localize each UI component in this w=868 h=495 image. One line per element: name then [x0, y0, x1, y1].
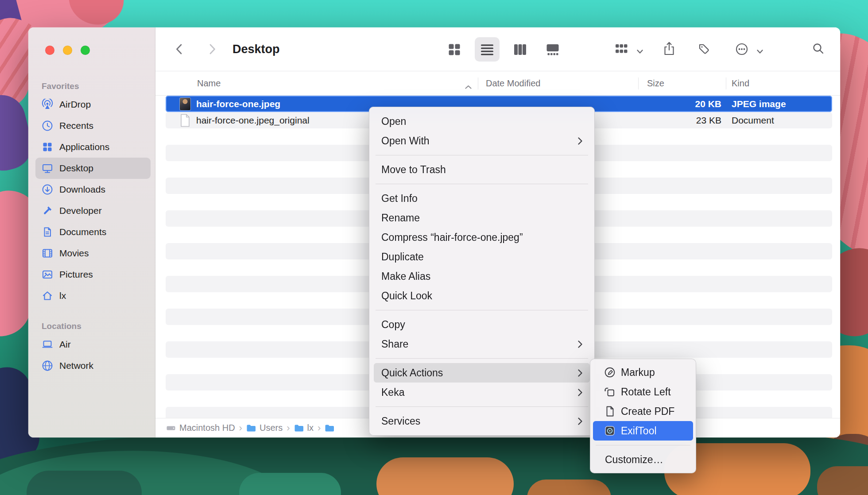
- menu-item-keka[interactable]: Keka: [374, 383, 590, 402]
- file-size: 20 KB: [637, 96, 721, 112]
- submenu-item-exiftool[interactable]: ExifTool: [593, 421, 693, 441]
- film-icon: [42, 248, 53, 259]
- submenu-item-create-pdf[interactable]: Create PDF: [593, 402, 693, 421]
- list-view-button[interactable]: [475, 37, 500, 62]
- column-divider[interactable]: [726, 77, 726, 89]
- chevron-down-icon[interactable]: [756, 48, 763, 56]
- menu-item-compress[interactable]: Compress “hair-force-one.jpeg”: [374, 228, 590, 247]
- sidebar-item-label: Network: [59, 360, 93, 371]
- path-item-users[interactable]: Users: [246, 423, 283, 433]
- sidebar-item-air[interactable]: Air: [35, 334, 151, 355]
- sidebar-item-lx[interactable]: lx: [35, 285, 151, 306]
- window-controls: [45, 46, 90, 55]
- menu-separator: [376, 155, 588, 155]
- path-item-partially-hidden[interactable]: [325, 424, 334, 432]
- column-header-size[interactable]: Size: [647, 71, 664, 96]
- sidebar-item-recents[interactable]: Recents: [35, 115, 151, 136]
- zoom-button[interactable]: [81, 46, 90, 55]
- group-button[interactable]: [615, 43, 628, 58]
- menu-item-open[interactable]: Open: [374, 112, 590, 131]
- column-divider[interactable]: [478, 77, 478, 89]
- wallpaper-shape: [817, 466, 868, 495]
- home-icon: [42, 290, 53, 302]
- drive-icon: [166, 423, 176, 433]
- submenu-item-markup[interactable]: Markup: [593, 363, 693, 382]
- menu-separator: [376, 184, 588, 184]
- menu-item-services[interactable]: Services: [374, 411, 590, 431]
- view-switcher: [442, 37, 565, 62]
- wallpaper-shape: [27, 471, 142, 495]
- file-name: hair-force-one.jpeg_original: [196, 115, 310, 126]
- column-header-name[interactable]: Name: [197, 71, 221, 96]
- sidebar-item-desktop[interactable]: Desktop: [35, 158, 151, 179]
- column-divider[interactable]: [638, 77, 639, 89]
- share-button[interactable]: [663, 41, 676, 58]
- file-name: hair-force-one.jpeg: [196, 99, 280, 109]
- menu-item-quick-look[interactable]: Quick Look: [374, 286, 590, 306]
- hammer-icon: [42, 205, 53, 217]
- globe-icon: [42, 360, 53, 371]
- photo-icon: [42, 269, 53, 280]
- sidebar-item-label: Air: [59, 339, 71, 350]
- grid-view-icon: [448, 43, 461, 56]
- markup-icon: [604, 367, 616, 378]
- menu-item-quick-actions[interactable]: Quick Actions: [374, 363, 590, 383]
- submenu-arrow-icon: [577, 388, 583, 397]
- sidebar-item-applications[interactable]: Applications: [35, 136, 151, 158]
- laptop-icon: [42, 339, 53, 350]
- column-header-kind[interactable]: Kind: [732, 71, 749, 96]
- menu-item-duplicate[interactable]: Duplicate: [374, 247, 590, 267]
- sidebar-item-label: Movies: [59, 248, 89, 259]
- back-button[interactable]: [174, 43, 185, 58]
- close-button[interactable]: [45, 46, 54, 55]
- minimize-button[interactable]: [63, 46, 72, 55]
- wallpaper-shape: [527, 480, 611, 495]
- menu-item-copy[interactable]: Copy: [374, 315, 590, 334]
- tags-button[interactable]: [698, 43, 711, 58]
- search-icon: [812, 43, 825, 55]
- list-view-icon: [480, 43, 494, 56]
- file-size: 23 KB: [637, 112, 721, 128]
- sidebar-item-label: Downloads: [59, 184, 105, 195]
- path-separator: ›: [318, 422, 321, 434]
- submenu-arrow-icon: [577, 417, 583, 425]
- more-actions-button[interactable]: [735, 43, 748, 58]
- file-name-cell: hair-force-one.jpeg: [180, 96, 280, 112]
- sidebar-item-developer[interactable]: Developer: [35, 200, 151, 221]
- sidebar-item-documents[interactable]: Documents: [35, 221, 151, 243]
- gallery-view-icon: [546, 43, 559, 56]
- sidebar-item-airdrop[interactable]: AirDrop: [35, 94, 151, 115]
- sidebar-item-pictures[interactable]: Pictures: [35, 264, 151, 285]
- menu-item-move-to-trash[interactable]: Move to Trash: [374, 160, 590, 179]
- forward-button[interactable]: [206, 43, 218, 58]
- grid-view-button[interactable]: [442, 37, 467, 62]
- applications-icon: [42, 141, 53, 153]
- gallery-view-button[interactable]: [540, 37, 565, 62]
- sidebar-item-network[interactable]: Network: [35, 355, 151, 376]
- submenu-item-customize[interactable]: Customize…: [593, 450, 693, 469]
- submenu-item-rotate-left[interactable]: Rotate Left: [593, 382, 693, 402]
- column-view-button[interactable]: [508, 37, 532, 62]
- path-item-macintosh-hd[interactable]: Macintosh HD: [166, 423, 235, 433]
- menu-item-rename[interactable]: Rename: [374, 208, 590, 228]
- menu-item-open-with[interactable]: Open With: [374, 131, 590, 151]
- path-label: Macintosh HD: [179, 423, 235, 433]
- file-kind: JPEG image: [732, 96, 786, 112]
- column-header-date-modified[interactable]: Date Modified: [486, 71, 540, 96]
- menu-item-share[interactable]: Share: [374, 334, 590, 354]
- menu-separator: [376, 310, 588, 310]
- tag-icon: [698, 43, 711, 56]
- chevron-down-icon[interactable]: [636, 48, 643, 56]
- sidebar: Favorites AirDrop Recents Applications D…: [28, 27, 155, 437]
- sidebar-item-movies[interactable]: Movies: [35, 243, 151, 264]
- submenu-arrow-icon: [577, 340, 583, 348]
- document-icon: [42, 226, 53, 238]
- sidebar-item-downloads[interactable]: Downloads: [35, 179, 151, 200]
- file-name-cell: hair-force-one.jpeg_original: [180, 112, 310, 128]
- menu-item-get-info[interactable]: Get Info: [374, 189, 590, 208]
- menu-item-make-alias[interactable]: Make Alias: [374, 267, 590, 286]
- path-item-lx[interactable]: lx: [294, 423, 314, 433]
- search-button[interactable]: [812, 43, 825, 57]
- sidebar-section-locations: Locations: [35, 319, 151, 334]
- sort-ascending-icon[interactable]: [465, 81, 472, 92]
